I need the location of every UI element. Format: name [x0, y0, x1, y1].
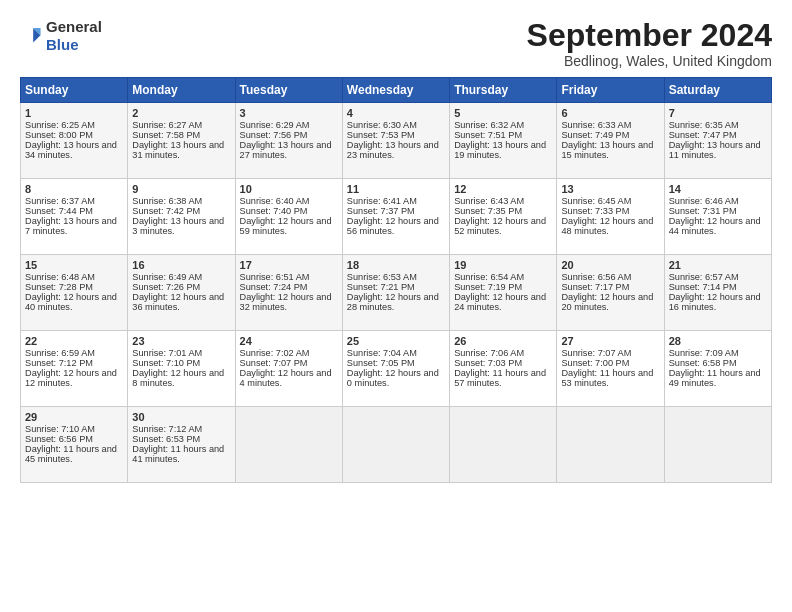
sunrise: Sunrise: 6:49 AM: [132, 272, 202, 282]
logo: General Blue: [20, 18, 102, 54]
sunset: Sunset: 7:31 PM: [669, 206, 737, 216]
sunset: Sunset: 7:17 PM: [561, 282, 629, 292]
col-saturday: Saturday: [664, 78, 771, 103]
sunset: Sunset: 7:10 PM: [132, 358, 200, 368]
sunrise: Sunrise: 7:01 AM: [132, 348, 202, 358]
sunrise: Sunrise: 6:41 AM: [347, 196, 417, 206]
daylight: Daylight: 12 hours and 24 minutes.: [454, 292, 546, 312]
day-number: 11: [347, 183, 445, 195]
daylight: Daylight: 13 hours and 11 minutes.: [669, 140, 761, 160]
title-area: September 2024 Bedlinog, Wales, United K…: [527, 18, 772, 69]
sunset: Sunset: 6:53 PM: [132, 434, 200, 444]
calendar-week-5: 29Sunrise: 7:10 AMSunset: 6:56 PMDayligh…: [21, 407, 772, 483]
logo-blue: Blue: [46, 36, 79, 53]
day-number: 10: [240, 183, 338, 195]
day-number: 3: [240, 107, 338, 119]
daylight: Daylight: 11 hours and 41 minutes.: [132, 444, 224, 464]
sunset: Sunset: 7:19 PM: [454, 282, 522, 292]
table-row: 10Sunrise: 6:40 AMSunset: 7:40 PMDayligh…: [235, 179, 342, 255]
sunrise: Sunrise: 6:35 AM: [669, 120, 739, 130]
sunrise: Sunrise: 6:54 AM: [454, 272, 524, 282]
day-number: 12: [454, 183, 552, 195]
col-friday: Friday: [557, 78, 664, 103]
day-number: 14: [669, 183, 767, 195]
table-row: 21Sunrise: 6:57 AMSunset: 7:14 PMDayligh…: [664, 255, 771, 331]
table-row: [450, 407, 557, 483]
sunset: Sunset: 7:58 PM: [132, 130, 200, 140]
day-number: 24: [240, 335, 338, 347]
daylight: Daylight: 12 hours and 40 minutes.: [25, 292, 117, 312]
table-row: 13Sunrise: 6:45 AMSunset: 7:33 PMDayligh…: [557, 179, 664, 255]
table-row: [235, 407, 342, 483]
day-number: 17: [240, 259, 338, 271]
table-row: 25Sunrise: 7:04 AMSunset: 7:05 PMDayligh…: [342, 331, 449, 407]
day-number: 16: [132, 259, 230, 271]
sunset: Sunset: 7:05 PM: [347, 358, 415, 368]
logo-text: General Blue: [46, 18, 102, 54]
sunset: Sunset: 7:03 PM: [454, 358, 522, 368]
day-number: 8: [25, 183, 123, 195]
daylight: Daylight: 11 hours and 45 minutes.: [25, 444, 117, 464]
col-thursday: Thursday: [450, 78, 557, 103]
sunrise: Sunrise: 6:43 AM: [454, 196, 524, 206]
day-number: 20: [561, 259, 659, 271]
daylight: Daylight: 13 hours and 34 minutes.: [25, 140, 117, 160]
table-row: 18Sunrise: 6:53 AMSunset: 7:21 PMDayligh…: [342, 255, 449, 331]
daylight: Daylight: 13 hours and 23 minutes.: [347, 140, 439, 160]
table-row: 2Sunrise: 6:27 AMSunset: 7:58 PMDaylight…: [128, 103, 235, 179]
table-row: 12Sunrise: 6:43 AMSunset: 7:35 PMDayligh…: [450, 179, 557, 255]
sunrise: Sunrise: 7:07 AM: [561, 348, 631, 358]
sunset: Sunset: 6:58 PM: [669, 358, 737, 368]
subtitle: Bedlinog, Wales, United Kingdom: [527, 53, 772, 69]
sunset: Sunset: 7:07 PM: [240, 358, 308, 368]
table-row: [664, 407, 771, 483]
sunrise: Sunrise: 6:53 AM: [347, 272, 417, 282]
col-sunday: Sunday: [21, 78, 128, 103]
sunrise: Sunrise: 7:02 AM: [240, 348, 310, 358]
table-row: 5Sunrise: 6:32 AMSunset: 7:51 PMDaylight…: [450, 103, 557, 179]
table-row: 1Sunrise: 6:25 AMSunset: 8:00 PMDaylight…: [21, 103, 128, 179]
table-row: 4Sunrise: 6:30 AMSunset: 7:53 PMDaylight…: [342, 103, 449, 179]
table-row: [342, 407, 449, 483]
sunset: Sunset: 7:42 PM: [132, 206, 200, 216]
logo-icon: [20, 25, 42, 47]
day-number: 13: [561, 183, 659, 195]
table-row: 6Sunrise: 6:33 AMSunset: 7:49 PMDaylight…: [557, 103, 664, 179]
table-row: 23Sunrise: 7:01 AMSunset: 7:10 PMDayligh…: [128, 331, 235, 407]
sunset: Sunset: 7:33 PM: [561, 206, 629, 216]
table-row: 26Sunrise: 7:06 AMSunset: 7:03 PMDayligh…: [450, 331, 557, 407]
day-number: 28: [669, 335, 767, 347]
day-number: 25: [347, 335, 445, 347]
header: General Blue September 2024 Bedlinog, Wa…: [20, 18, 772, 69]
sunrise: Sunrise: 6:27 AM: [132, 120, 202, 130]
day-number: 9: [132, 183, 230, 195]
table-row: 14Sunrise: 6:46 AMSunset: 7:31 PMDayligh…: [664, 179, 771, 255]
table-row: 16Sunrise: 6:49 AMSunset: 7:26 PMDayligh…: [128, 255, 235, 331]
day-number: 7: [669, 107, 767, 119]
daylight: Daylight: 12 hours and 52 minutes.: [454, 216, 546, 236]
sunrise: Sunrise: 6:33 AM: [561, 120, 631, 130]
sunset: Sunset: 7:40 PM: [240, 206, 308, 216]
sunset: Sunset: 6:56 PM: [25, 434, 93, 444]
daylight: Daylight: 12 hours and 8 minutes.: [132, 368, 224, 388]
table-row: [557, 407, 664, 483]
daylight: Daylight: 12 hours and 44 minutes.: [669, 216, 761, 236]
sunrise: Sunrise: 7:06 AM: [454, 348, 524, 358]
sunrise: Sunrise: 6:29 AM: [240, 120, 310, 130]
daylight: Daylight: 12 hours and 56 minutes.: [347, 216, 439, 236]
day-number: 15: [25, 259, 123, 271]
sunset: Sunset: 7:56 PM: [240, 130, 308, 140]
sunrise: Sunrise: 7:09 AM: [669, 348, 739, 358]
daylight: Daylight: 12 hours and 48 minutes.: [561, 216, 653, 236]
daylight: Daylight: 12 hours and 59 minutes.: [240, 216, 332, 236]
day-number: 26: [454, 335, 552, 347]
sunrise: Sunrise: 7:04 AM: [347, 348, 417, 358]
daylight: Daylight: 11 hours and 49 minutes.: [669, 368, 761, 388]
sunrise: Sunrise: 6:45 AM: [561, 196, 631, 206]
table-row: 19Sunrise: 6:54 AMSunset: 7:19 PMDayligh…: [450, 255, 557, 331]
calendar-week-4: 22Sunrise: 6:59 AMSunset: 7:12 PMDayligh…: [21, 331, 772, 407]
sunset: Sunset: 7:24 PM: [240, 282, 308, 292]
daylight: Daylight: 12 hours and 20 minutes.: [561, 292, 653, 312]
day-number: 23: [132, 335, 230, 347]
day-number: 4: [347, 107, 445, 119]
